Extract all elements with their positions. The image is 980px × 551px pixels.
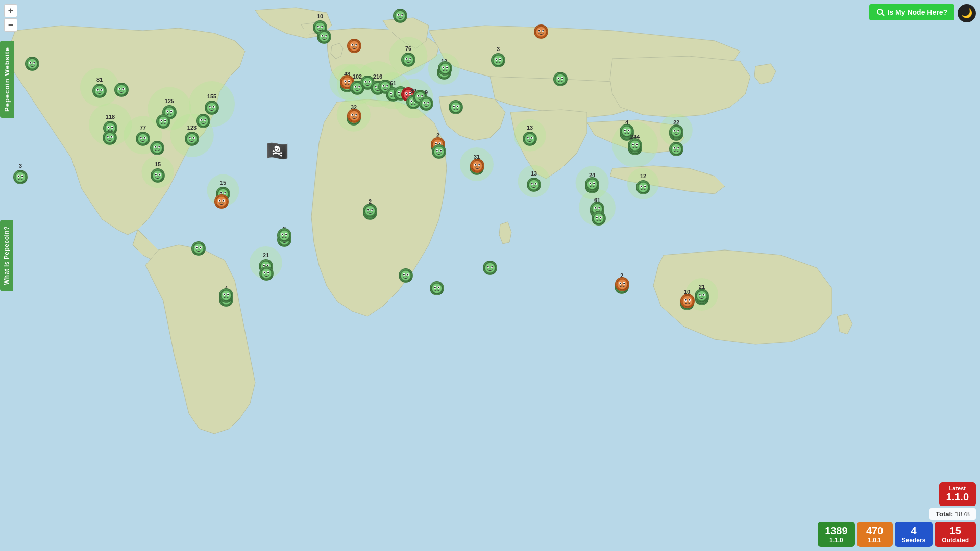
latest-version-box: Latest 1.1.0 (939, 482, 976, 506)
dark-mode-button[interactable]: 🌙 (958, 4, 976, 22)
total-label: Total: (936, 510, 953, 518)
zoom-out-button[interactable]: − (4, 18, 17, 32)
latest-label: Latest (946, 485, 969, 491)
zoom-in-button[interactable]: + (4, 4, 17, 17)
map-container[interactable]: + − Pepecoin Website What is Pepecoin? I… (0, 0, 980, 551)
stats-row: 13891.1.04701.0.14Seeders15Outdated (818, 522, 976, 547)
world-map (0, 0, 980, 551)
latest-version: 1.1.0 (946, 491, 969, 503)
stat-box-0: 13891.1.0 (818, 522, 855, 547)
stat-box-2: 4Seeders (895, 522, 933, 547)
total-value: 1878 (955, 510, 970, 518)
left-sidebar: Pepecoin Website What is Pepecoin? (0, 41, 14, 291)
search-icon (876, 8, 885, 16)
zoom-controls: + − (4, 4, 17, 32)
node-search-label: Is My Node Here? (888, 8, 947, 16)
stat-box-1: 4701.0.1 (857, 522, 893, 547)
website-sidebar-tab[interactable]: Pepecoin Website (0, 41, 14, 118)
whatispepecoin-sidebar-tab[interactable]: What is Pepecoin? (0, 220, 13, 291)
node-search-button[interactable]: Is My Node Here? (869, 4, 954, 20)
svg-point-1 (877, 9, 883, 14)
total-box: Total: 1878 (929, 508, 976, 520)
stats-panel: Latest 1.1.0 Total: 1878 13891.1.04701.0… (818, 482, 976, 547)
svg-line-2 (882, 14, 884, 16)
moon-icon: 🌙 (961, 8, 972, 19)
stat-box-3: 15Outdated (935, 522, 976, 547)
